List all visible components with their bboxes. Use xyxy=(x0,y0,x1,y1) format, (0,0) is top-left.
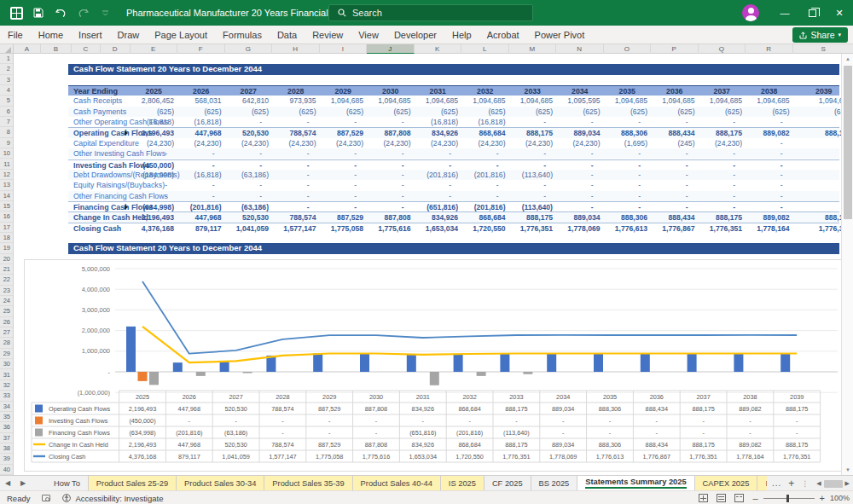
sheet-tab-product-sales-40-44[interactable]: Product Sales 40-44 xyxy=(353,476,441,490)
zoom-out-icon[interactable]: – xyxy=(752,493,757,503)
cell-value[interactable]: - xyxy=(272,180,310,190)
cell-value[interactable]: - xyxy=(793,170,842,180)
restore-button[interactable] xyxy=(798,0,826,26)
cell-value[interactable]: - xyxy=(320,117,357,127)
row-header-34[interactable]: 34 xyxy=(0,402,13,412)
row-header-15[interactable]: 15 xyxy=(0,201,13,211)
cell-value[interactable]: (625) xyxy=(225,107,270,117)
cell-value[interactable]: - xyxy=(746,191,783,201)
cell-value[interactable]: 1,778,069 xyxy=(556,223,601,234)
cell-value[interactable]: 1,094,685 xyxy=(320,96,364,106)
sheet-tab-is-2025[interactable]: IS 2025 xyxy=(441,476,485,490)
cell-value[interactable]: - xyxy=(604,191,641,201)
cell-value[interactable]: 1,776,351 xyxy=(793,223,842,234)
row-header-3[interactable]: 3 xyxy=(0,75,13,85)
bar-operating-cash-flows[interactable] xyxy=(126,327,136,372)
ribbon-tab-insert[interactable]: Insert xyxy=(71,26,110,44)
cell-value[interactable]: (184,998) xyxy=(131,170,175,180)
cell-value[interactable]: (24,230) xyxy=(272,138,316,148)
undo-icon[interactable] xyxy=(51,4,70,21)
cell-value[interactable]: - xyxy=(746,117,783,127)
column-header-E[interactable]: E xyxy=(131,44,178,54)
share-button[interactable]: Share ▾ xyxy=(792,27,848,43)
cell-value[interactable]: 2,806,452 xyxy=(131,96,175,106)
bar-operating-cash-flows[interactable] xyxy=(220,361,229,372)
bar-financing-cash-flows[interactable] xyxy=(523,372,532,374)
cell-value[interactable]: - xyxy=(509,117,547,127)
cell-value[interactable]: - xyxy=(415,191,452,201)
cell-value[interactable]: (625) xyxy=(793,107,842,117)
bar-operating-cash-flows[interactable] xyxy=(454,354,463,372)
cell-value[interactable]: (24,230) xyxy=(320,138,364,148)
cell-value[interactable]: 1,778,164 xyxy=(746,223,790,234)
cell-value[interactable]: (625) xyxy=(746,107,790,117)
cell-value[interactable]: - xyxy=(699,180,736,190)
cell-value[interactable]: - xyxy=(604,180,641,190)
ribbon-tab-developer[interactable]: Developer xyxy=(386,26,444,44)
ribbon-tab-home[interactable]: Home xyxy=(31,26,71,44)
cell-value[interactable]: - xyxy=(415,180,452,190)
cell-value[interactable]: - xyxy=(367,170,404,180)
column-header-Q[interactable]: Q xyxy=(699,44,746,54)
row-header-13[interactable]: 13 xyxy=(0,180,13,190)
cell-value[interactable]: - xyxy=(556,117,594,127)
cell-value[interactable]: (24,230) xyxy=(556,138,601,148)
cell-value[interactable]: - xyxy=(320,191,357,201)
redo-icon[interactable] xyxy=(73,4,92,21)
line-closing-cash[interactable] xyxy=(142,281,797,354)
cell-value[interactable]: (16,818) xyxy=(177,170,222,180)
cell-value[interactable]: - xyxy=(746,170,783,180)
bar-financing-cash-flows[interactable] xyxy=(243,372,252,374)
row-header-17[interactable]: 17 xyxy=(0,223,13,233)
cell-value[interactable]: (24,230) xyxy=(415,138,459,148)
cell-value[interactable]: 1,094,685 xyxy=(746,96,790,106)
vertical-scroll-thumb[interactable] xyxy=(844,66,852,219)
sheet-tab-product-sales-25-29[interactable]: Product Sales 25-29 xyxy=(89,476,177,490)
sheet-tab-bs-2025[interactable]: BS 2025 xyxy=(531,476,578,490)
account-avatar[interactable] xyxy=(742,4,759,21)
cell-value[interactable]: - xyxy=(699,117,736,127)
cell-value[interactable]: (245) xyxy=(651,138,695,148)
cell-value[interactable]: 642,810 xyxy=(225,96,270,106)
bar-operating-cash-flows[interactable] xyxy=(641,353,650,372)
scroll-up-icon[interactable]: ▲ xyxy=(842,54,853,64)
row-header-9[interactable]: 9 xyxy=(0,138,13,148)
row-header-4[interactable]: 4 xyxy=(0,85,13,96)
cell-value[interactable]: - xyxy=(793,191,842,201)
ribbon-tab-acrobat[interactable]: Acrobat xyxy=(479,26,527,44)
accessibility-status[interactable]: Accessibility: Investigate xyxy=(62,494,163,503)
ribbon-tab-view[interactable]: View xyxy=(351,26,386,44)
row-header-38[interactable]: 38 xyxy=(0,443,13,454)
row-header-40[interactable]: 40 xyxy=(0,465,13,475)
cell-value[interactable]: 1,775,616 xyxy=(367,223,411,234)
bar-operating-cash-flows[interactable] xyxy=(500,354,509,372)
cell-value[interactable]: - xyxy=(177,191,215,201)
cell-value[interactable]: - xyxy=(556,180,594,190)
row-header-22[interactable]: 22 xyxy=(0,275,13,285)
cell-value[interactable]: (24,230) xyxy=(367,138,411,148)
row-header-16[interactable]: 16 xyxy=(0,211,13,222)
cell-value[interactable]: 1,094,685 xyxy=(793,96,842,106)
sheet-tab-product-sales-35-39[interactable]: Product Sales 35-39 xyxy=(264,476,352,490)
new-sheet-button[interactable]: + xyxy=(788,478,794,490)
row-header-12[interactable]: 12 xyxy=(0,170,13,180)
zoom-slider[interactable] xyxy=(763,498,815,499)
cell-value[interactable]: - xyxy=(272,148,310,159)
row-header-1[interactable]: 1 xyxy=(0,54,13,64)
cell-value[interactable]: - xyxy=(604,170,641,180)
page-break-view-icon[interactable] xyxy=(734,494,744,502)
sheet-tab-cf-2025[interactable]: CF 2025 xyxy=(485,476,531,490)
save-icon[interactable] xyxy=(29,4,48,21)
row-header-31[interactable]: 31 xyxy=(0,370,13,380)
zoom-in-icon[interactable]: + xyxy=(820,493,825,503)
cell-value[interactable]: (16,818) xyxy=(461,117,506,127)
row-header-14[interactable]: 14 xyxy=(0,191,13,201)
row-header-6[interactable]: 6 xyxy=(0,107,13,117)
cell-value[interactable]: (625) xyxy=(699,107,743,117)
cell-value[interactable]: (16,818) xyxy=(177,117,222,127)
cell-value[interactable]: - xyxy=(699,170,736,180)
bar-operating-cash-flows[interactable] xyxy=(173,362,183,372)
cell-value[interactable]: - xyxy=(272,170,310,180)
normal-view-icon[interactable] xyxy=(699,494,708,502)
row-header-18[interactable]: 18 xyxy=(0,233,13,243)
